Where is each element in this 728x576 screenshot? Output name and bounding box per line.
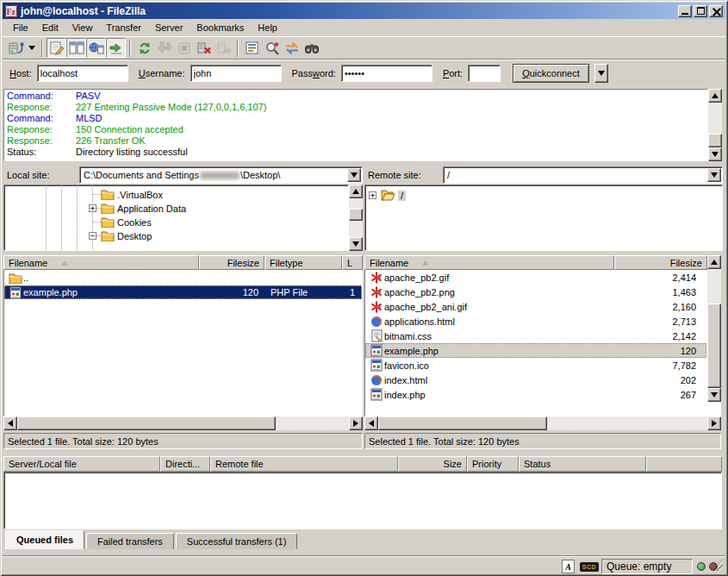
remote-column-filename[interactable]: Filename: [364, 255, 614, 270]
menu-file[interactable]: File: [6, 21, 35, 34]
tree-item[interactable]: .VirtualBox: [101, 188, 163, 201]
remote-directory-tree[interactable]: + /: [364, 185, 723, 251]
local-tree-scrollbar[interactable]: [349, 185, 363, 251]
toggle-remote-tree-button[interactable]: [86, 38, 106, 58]
scrollbar-track[interactable]: [708, 103, 722, 134]
tree-item-label[interactable]: Application Data: [117, 203, 186, 214]
minimize-button[interactable]: [678, 5, 692, 17]
queue-column-priority[interactable]: Priority: [467, 456, 519, 472]
scrollbar-thumb[interactable]: [349, 209, 363, 221]
queue-column-directi[interactable]: Directi...: [160, 456, 210, 472]
file-row[interactable]: apache_pb2.png1,463: [365, 285, 706, 299]
scroll-up-button[interactable]: [707, 255, 721, 269]
directory-comparison-button[interactable]: [262, 38, 282, 58]
file-row[interactable]: ..: [4, 271, 362, 285]
expand-icon[interactable]: +: [89, 204, 96, 212]
file-row[interactable]: applications.html2,713: [365, 314, 706, 329]
password-input[interactable]: [341, 65, 432, 82]
local-column-l[interactable]: L: [342, 255, 363, 270]
tree-item[interactable]: Cookies: [101, 216, 152, 229]
remote-list-horizontal-scrollbar[interactable]: [364, 416, 721, 430]
file-row[interactable]: favicon.ico7,782: [365, 358, 706, 373]
file-row[interactable]: apache_pb2.gif2,414: [365, 270, 706, 285]
tab-queued-files[interactable]: Queued files: [5, 530, 84, 549]
tree-item[interactable]: Application Data: [101, 202, 186, 215]
local-column-filesize[interactable]: Filesize: [199, 255, 264, 270]
queue-column-serverlocalfile[interactable]: Server/Local file: [3, 456, 160, 472]
maximize-button[interactable]: [694, 5, 707, 17]
scroll-down-button[interactable]: [349, 237, 363, 251]
tree-item-root[interactable]: + /: [369, 189, 406, 202]
log-vertical-scrollbar[interactable]: [708, 89, 722, 161]
scroll-right-button[interactable]: [707, 416, 721, 430]
scroll-right-button[interactable]: [349, 416, 363, 430]
file-row[interactable]: index.html202: [365, 373, 706, 387]
quickconnect-dropdown-button[interactable]: [594, 64, 608, 83]
scrollbar-track[interactable]: [349, 198, 363, 209]
expand-icon[interactable]: +: [369, 191, 376, 199]
file-row[interactable]: index.php267: [365, 387, 706, 402]
remote-site-dropdown-button[interactable]: [707, 168, 721, 182]
scroll-up-button[interactable]: [708, 89, 722, 103]
queue-column-size[interactable]: Size: [398, 456, 467, 472]
remote-column-filesize[interactable]: Filesize: [614, 255, 707, 270]
find-files-button[interactable]: [302, 38, 321, 58]
collapse-icon[interactable]: −: [89, 232, 96, 240]
scroll-left-button[interactable]: [364, 416, 378, 430]
scrollbar-track[interactable]: [547, 416, 707, 430]
local-column-filename[interactable]: Filename: [3, 255, 199, 270]
scrollbar-thumb[interactable]: [708, 134, 722, 147]
tree-item[interactable]: Desktop: [101, 229, 152, 242]
scroll-up-button[interactable]: [349, 185, 363, 198]
quickconnect-button[interactable]: Quickconnect: [513, 64, 589, 83]
refresh-button[interactable]: [134, 38, 154, 58]
toggle-message-log-button[interactable]: [47, 38, 66, 58]
tree-item-label[interactable]: /: [398, 191, 406, 201]
menu-bookmarks[interactable]: Bookmarks: [190, 21, 251, 34]
local-column-filetype[interactable]: Filetype: [264, 255, 342, 270]
queue-column-status[interactable]: Status: [519, 456, 646, 472]
scrollbar-thumb[interactable]: [378, 416, 547, 430]
local-site-dropdown-button[interactable]: [347, 168, 361, 182]
tree-item-label[interactable]: .VirtualBox: [117, 190, 163, 200]
remote-site-combo[interactable]: /: [443, 166, 723, 184]
menu-edit[interactable]: Edit: [35, 21, 65, 34]
speed-limit-icon[interactable]: SCD: [580, 562, 599, 572]
file-row[interactable]: example.php120PHP File1: [4, 285, 362, 299]
toggle-local-tree-button[interactable]: [66, 38, 86, 58]
scrollbar-track[interactable]: [707, 269, 721, 304]
local-directory-tree[interactable]: .VirtualBox+Application DataCookies−Desk…: [3, 185, 349, 251]
tree-item-label[interactable]: Cookies: [117, 217, 152, 228]
remote-list-vertical-scrollbar[interactable]: [707, 255, 721, 402]
title-bar[interactable]: Fz john@localhost - FileZilla: [3, 3, 725, 19]
username-input[interactable]: [190, 65, 282, 82]
directory-listing-filters-button[interactable]: [242, 38, 262, 58]
scroll-left-button[interactable]: [3, 416, 17, 430]
disconnect-button[interactable]: [194, 38, 214, 58]
file-row[interactable]: example.php120: [365, 343, 706, 358]
scrollbar-thumb[interactable]: [17, 416, 276, 430]
host-input[interactable]: [37, 65, 128, 82]
local-site-combo[interactable]: C:\Documents and Settings\Desktop\: [79, 166, 363, 184]
menu-view[interactable]: View: [65, 21, 100, 34]
local-list-horizontal-scrollbar[interactable]: [3, 416, 363, 430]
tab-failed-transfers[interactable]: Failed transfers: [86, 533, 174, 549]
queue-column-remotefile[interactable]: Remote file: [210, 456, 398, 472]
site-manager-button[interactable]: [6, 38, 26, 58]
port-input[interactable]: [468, 65, 501, 82]
scrollbar-thumb[interactable]: [707, 304, 721, 388]
tree-item-label[interactable]: Desktop: [117, 231, 152, 241]
file-row[interactable]: apache_pb2_ani.gif2,160: [365, 299, 706, 314]
close-button[interactable]: [709, 5, 723, 17]
scrollbar-track[interactable]: [349, 221, 363, 237]
scroll-down-button[interactable]: [707, 388, 721, 402]
tab-successful-transfers-1-[interactable]: Successful transfers (1): [176, 533, 298, 549]
file-row[interactable]: bitnami.css2,142: [365, 329, 706, 343]
menu-transfer[interactable]: Transfer: [99, 21, 148, 34]
site-manager-dropdown-button[interactable]: [26, 38, 38, 58]
synchronized-browsing-button[interactable]: [282, 38, 302, 58]
menu-help[interactable]: Help: [251, 21, 284, 34]
toggle-transfer-queue-button[interactable]: [106, 38, 126, 58]
scroll-down-button[interactable]: [708, 147, 722, 161]
transfer-queue-list[interactable]: [3, 472, 722, 529]
